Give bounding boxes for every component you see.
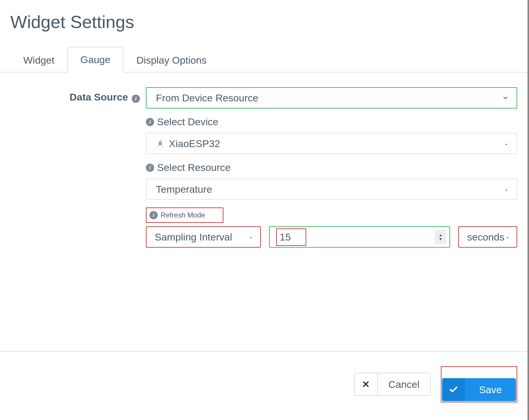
modal-footer: ✕ Cancel Save (0, 351, 528, 420)
select-resource-dropdown[interactable]: Temperature (146, 179, 517, 200)
info-icon[interactable]: i (146, 164, 154, 172)
number-stepper[interactable]: ▲ ▼ (435, 230, 446, 244)
refresh-mode-section: i Refresh Mode Sampling Interval (146, 207, 517, 248)
tab-display-options-label: Display Options (136, 55, 207, 66)
refresh-interval-value-display: 15 (280, 231, 291, 243)
cancel-label: Cancel (378, 379, 430, 390)
select-resource-label-row: i Select Resource (146, 162, 517, 173)
save-highlight-box: Save (441, 378, 518, 402)
info-icon[interactable]: i (149, 211, 158, 219)
data-source-value: From Device Resource (156, 92, 258, 104)
select-resource-value: Temperature (156, 184, 212, 195)
page-title: Widget Settings (10, 12, 517, 32)
form-content: Data Source i From Device Resource i Sel… (0, 73, 528, 351)
refresh-mode-dropdown[interactable]: Sampling Interval (146, 226, 261, 248)
refresh-unit-value: seconds (467, 231, 505, 243)
refresh-mode-label: Refresh Mode (161, 211, 205, 219)
data-source-label: Data Source (70, 91, 128, 103)
caret-down-icon (504, 138, 509, 149)
widget-settings-modal: Widget Settings Widget Gauge Display Opt… (0, 0, 529, 420)
data-source-field-col: From Device Resource i Select Device Xia… (146, 87, 517, 248)
select-device-dropdown[interactable]: XiaoESP32 (146, 133, 517, 154)
modal-header: Widget Settings (0, 0, 528, 35)
refresh-mode-row: Sampling Interval 15 (146, 226, 517, 248)
device-value-wrap: XiaoESP32 (156, 138, 220, 149)
tab-widget-label: Widget (23, 55, 55, 66)
data-source-select[interactable]: From Device Resource (146, 87, 517, 108)
refresh-mode-label-box: i Refresh Mode (146, 207, 223, 223)
caret-down-icon (505, 231, 510, 243)
cancel-button[interactable]: ✕ Cancel (354, 373, 431, 396)
tab-display-options[interactable]: Display Options (123, 47, 220, 73)
select-device-label: Select Device (157, 116, 218, 128)
tab-gauge-label: Gauge (80, 54, 111, 65)
select-device-label-row: i Select Device (146, 116, 517, 128)
refresh-unit-dropdown[interactable]: seconds (458, 226, 517, 248)
close-icon: ✕ (355, 373, 378, 395)
chevron-down-icon (502, 92, 509, 104)
info-icon[interactable]: i (146, 118, 154, 126)
caret-down-icon (248, 231, 254, 243)
check-icon (442, 378, 465, 401)
chevron-down-icon: ▼ (439, 237, 443, 241)
refresh-interval-highlight: 15 (276, 228, 306, 246)
refresh-mode-value: Sampling Interval (155, 231, 232, 243)
rocket-icon (156, 139, 165, 148)
select-resource-label: Select Resource (157, 162, 230, 173)
save-highlight-box-top (441, 366, 518, 378)
save-button[interactable]: Save (442, 378, 516, 401)
data-source-label-col: Data Source i (10, 87, 146, 103)
tabs-bar: Widget Gauge Display Options (0, 47, 528, 73)
tab-widget[interactable]: Widget (10, 47, 67, 73)
refresh-interval-input-wrap: 15 ▲ ▼ (269, 226, 450, 248)
save-highlight-column: Save (441, 366, 518, 402)
save-label: Save (465, 384, 516, 396)
caret-down-icon (504, 184, 509, 195)
data-source-row: Data Source i From Device Resource i Sel… (10, 87, 517, 248)
chevron-up-icon: ▲ (439, 233, 443, 237)
select-device-value: XiaoESP32 (169, 138, 220, 149)
tab-gauge[interactable]: Gauge (67, 47, 123, 73)
info-icon[interactable]: i (132, 95, 140, 103)
